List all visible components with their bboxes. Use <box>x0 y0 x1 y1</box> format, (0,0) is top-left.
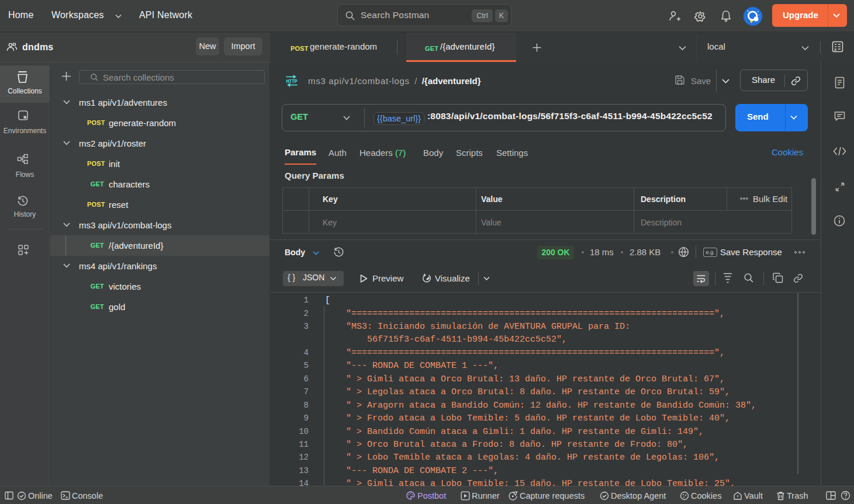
svg-text:x: x <box>834 47 837 52</box>
svg-text:HTTP: HTTP <box>286 78 298 84</box>
